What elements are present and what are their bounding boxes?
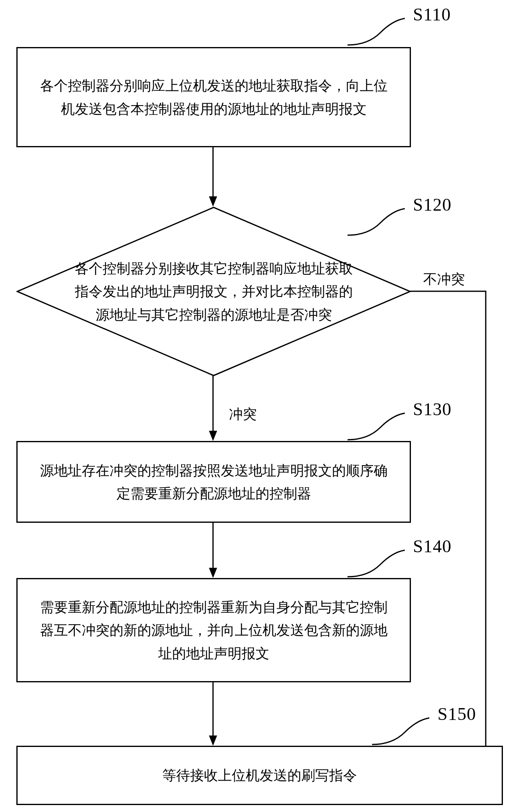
callout-s110	[343, 4, 409, 49]
node-s150-text: 等待接收上位机发送的刷写指令	[162, 764, 357, 787]
node-s130: 源地址存在冲突的控制器按照发送地址声明报文的顺序确定需要重新分配源地址的控制器	[16, 441, 411, 523]
callout-s140	[343, 536, 409, 581]
node-s140-text: 需要重新分配源地址的控制器重新为自身分配与其它控制器互不冲突的新的源地址，并向上…	[34, 596, 393, 664]
edge-s110-s120	[207, 147, 219, 207]
svg-marker-7	[209, 568, 217, 578]
node-s150: 等待接收上位机发送的刷写指令	[16, 746, 503, 805]
label-s120: S120	[413, 194, 451, 215]
label-s130: S130	[413, 399, 451, 420]
edge-s120-s150	[410, 290, 494, 758]
edge-s130-s140	[207, 523, 219, 578]
node-s110-text: 各个控制器分别响应上位机发送的地址获取指令，向上位机发送包含本控制器使用的源地址…	[34, 74, 393, 120]
label-s140: S140	[413, 536, 451, 557]
svg-marker-9	[209, 736, 217, 746]
svg-marker-1	[209, 196, 217, 207]
node-s120-text: 各个控制器分别接收其它控制器响应地址获取指令发出的地址声明报文，并对比本控制器的…	[74, 257, 354, 326]
node-s140: 需要重新分配源地址的控制器重新为自身分配与其它控制器互不冲突的新的源地址，并向上…	[16, 578, 411, 682]
node-s110: 各个控制器分别响应上位机发送的地址获取指令，向上位机发送包含本控制器使用的源地址…	[16, 47, 411, 147]
callout-s120	[343, 194, 409, 239]
edge-s120-s130	[207, 376, 219, 441]
node-s130-text: 源地址存在冲突的控制器按照发送地址声明报文的顺序确定需要重新分配源地址的控制器	[34, 459, 393, 505]
label-s110: S110	[413, 4, 451, 25]
callout-s130	[343, 399, 409, 444]
callout-s150	[368, 704, 433, 749]
edge-label-noconflict: 不冲突	[423, 270, 465, 289]
label-s150: S150	[437, 704, 476, 724]
svg-marker-5	[209, 431, 217, 441]
edge-s140-s150	[207, 682, 219, 746]
edge-label-conflict: 冲突	[229, 405, 257, 424]
flowchart-canvas: 各个控制器分别响应上位机发送的地址获取指令，向上位机发送包含本控制器使用的源地址…	[0, 0, 507, 812]
